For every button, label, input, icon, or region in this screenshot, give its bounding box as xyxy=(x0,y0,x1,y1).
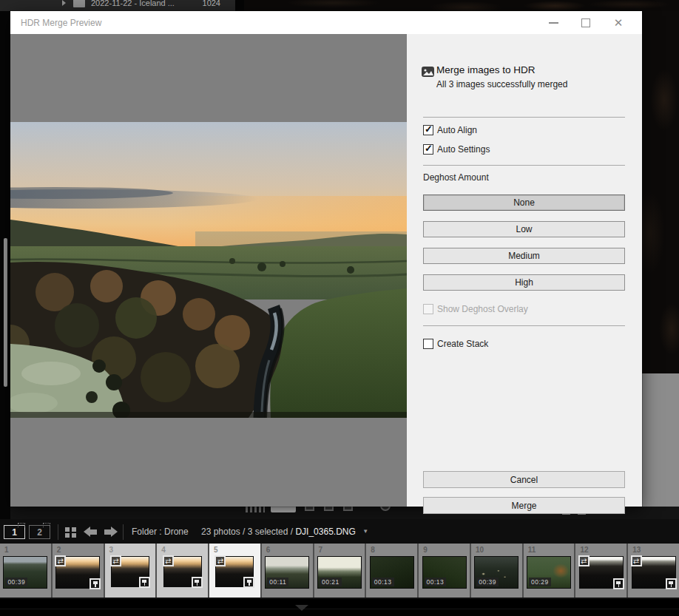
folder-name[interactable]: 2022-11-22 - Iceland ... xyxy=(91,0,175,7)
sync-badge-icon: ⇄ xyxy=(55,555,66,566)
grid-view-icon[interactable] xyxy=(65,527,76,538)
sort-icon[interactable] xyxy=(246,507,265,512)
photo-thumbnail[interactable]: ⇄ xyxy=(163,556,202,587)
toolbar-divider xyxy=(123,524,124,540)
hide-filmstrip-icon[interactable] xyxy=(295,605,308,611)
create-stack-checkbox[interactable] xyxy=(423,339,433,349)
deghost-none-button[interactable]: None xyxy=(423,194,625,211)
filmstrip-item-13[interactable]: 13 ⇄ xyxy=(628,544,679,598)
main-window-button[interactable]: 1 xyxy=(4,525,25,539)
background-photo-right xyxy=(642,11,679,373)
folder-row[interactable]: 2022-11-22 - Iceland ... 1024 xyxy=(0,0,235,10)
filmstrip-item-12[interactable]: 12 ⇄ xyxy=(575,544,628,598)
go-forward-icon[interactable] xyxy=(104,527,118,538)
chevron-down-icon[interactable]: ▼ xyxy=(362,528,368,535)
auto-align-label: Auto Align xyxy=(437,125,477,135)
video-thumbnail[interactable]: 00:13 xyxy=(370,556,414,589)
go-back-icon[interactable] xyxy=(84,527,98,538)
divider xyxy=(0,609,679,609)
thumb-index: 4 xyxy=(161,546,166,554)
filmstrip: 1 00:39 2 ⇄ 3 ⇄ 4 ⇄ 5 xyxy=(0,544,679,598)
panel-title: Merge images to HDR xyxy=(436,64,536,75)
video-thumbnail[interactable]: 00:29 xyxy=(527,556,571,589)
merge-button[interactable]: Merge xyxy=(423,497,625,514)
video-duration-badge: 00:29 xyxy=(529,578,551,586)
cancel-button[interactable]: Cancel xyxy=(423,471,625,488)
filmstrip-item-11[interactable]: 11 00:29 xyxy=(524,544,576,598)
filmstrip-item-7[interactable]: 7 00:21 xyxy=(314,544,367,598)
create-stack-label: Create Stack xyxy=(437,339,488,349)
view-mode-icon[interactable] xyxy=(305,507,314,511)
photo-thumbnail[interactable]: ⇄ xyxy=(55,556,100,589)
hdr-preview-area xyxy=(10,34,407,507)
filmstrip-item-4[interactable]: 4 ⇄ xyxy=(157,544,209,598)
video-duration-badge: 00:39 xyxy=(5,578,27,586)
collection-badge-icon xyxy=(192,577,203,588)
background-right-gray xyxy=(642,373,679,519)
hdr-preview-image[interactable] xyxy=(10,122,407,418)
maximize-button[interactable] xyxy=(570,11,602,34)
filmstrip-item-3[interactable]: 3 ⇄ xyxy=(105,544,158,598)
video-thumbnail[interactable]: 00:13 xyxy=(422,556,467,589)
photo-thumbnail[interactable]: ⇄ xyxy=(579,556,624,589)
selection-status[interactable]: 23 photos / 3 selected / DJI_0365.DNG ▼ xyxy=(201,527,368,537)
status-text: 23 photos / 3 selected / xyxy=(201,527,293,537)
filmstrip-item-8[interactable]: 8 00:13 xyxy=(366,544,419,598)
thumb-index: 2 xyxy=(57,546,61,554)
filmstrip-item-10[interactable]: 10 00:39 xyxy=(471,544,524,598)
separator xyxy=(423,117,625,118)
deghost-medium-button[interactable]: Medium xyxy=(423,248,625,264)
close-button[interactable]: ✕ xyxy=(602,11,635,34)
video-thumbnail[interactable]: 00:39 xyxy=(474,556,518,589)
collection-badge-icon xyxy=(666,578,677,589)
video-duration-badge: 00:13 xyxy=(425,578,447,586)
dialog-titlebar[interactable]: HDR Merge Preview ✕ xyxy=(10,11,642,34)
deghost-high-button[interactable]: High xyxy=(423,274,625,291)
auto-align-checkbox[interactable]: ✓ xyxy=(423,125,433,135)
auto-settings-option[interactable]: ✓ Auto Settings xyxy=(423,144,490,155)
background-left-strip xyxy=(0,11,10,520)
photo-thumbnail[interactable]: ⇄ xyxy=(632,556,676,589)
photo-thumbnail[interactable]: ⇄ xyxy=(111,556,149,587)
filmstrip-item-6[interactable]: 6 00:11 xyxy=(262,544,314,598)
folder-photo-count: 1024 xyxy=(203,0,220,7)
disclosure-triangle-icon[interactable] xyxy=(62,0,66,6)
deghost-low-button[interactable]: Low xyxy=(423,221,625,237)
collection-badge-icon xyxy=(613,578,624,589)
video-thumbnail[interactable]: 00:11 xyxy=(265,556,309,589)
folder-icon xyxy=(73,0,85,7)
sync-badge-icon: ⇄ xyxy=(214,555,226,566)
filmstrip-item-9[interactable]: 9 00:13 xyxy=(419,544,471,598)
auto-settings-label: Auto Settings xyxy=(437,144,490,155)
view-mode-icon[interactable] xyxy=(343,507,353,511)
create-stack-option[interactable]: Create Stack xyxy=(423,339,488,349)
minimize-button[interactable] xyxy=(537,11,570,34)
auto-settings-checkbox[interactable]: ✓ xyxy=(423,144,433,155)
filmstrip-item-5[interactable]: 5 ⇄ xyxy=(209,544,262,598)
paint-can-icon[interactable] xyxy=(380,507,391,511)
video-duration-badge: 00:13 xyxy=(372,578,394,586)
check-icon: ✓ xyxy=(425,123,433,135)
view-mode-icon[interactable] xyxy=(324,507,334,511)
photo-thumbnail[interactable]: ⇄ xyxy=(215,556,254,587)
auto-align-option[interactable]: ✓ Auto Align xyxy=(423,125,477,135)
thumb-index: 7 xyxy=(319,546,323,554)
folder-breadcrumb[interactable]: Folder : Drone xyxy=(132,527,189,537)
video-duration-badge: 00:21 xyxy=(320,578,342,586)
maximize-icon xyxy=(581,18,590,27)
grid-view-button[interactable] xyxy=(271,507,296,512)
dialog-title: HDR Merge Preview xyxy=(21,18,101,28)
thumb-index: 5 xyxy=(214,546,218,554)
video-thumbnail[interactable]: 00:39 xyxy=(3,556,47,589)
left-scrollbar[interactable] xyxy=(4,238,7,387)
minimize-icon xyxy=(549,22,558,24)
second-window-button[interactable]: 2 xyxy=(29,525,50,539)
sync-badge-icon: ⇄ xyxy=(110,555,121,566)
deghost-amount-label: Deghost Amount xyxy=(423,172,489,183)
hdr-merge-icon xyxy=(422,67,434,77)
filmstrip-item-1[interactable]: 1 00:39 xyxy=(0,544,53,598)
video-thumbnail[interactable]: 00:21 xyxy=(317,556,362,589)
filmstrip-item-2[interactable]: 2 ⇄ xyxy=(53,544,105,598)
hdr-merge-dialog: HDR Merge Preview ✕ xyxy=(10,11,642,507)
separator xyxy=(423,325,625,326)
